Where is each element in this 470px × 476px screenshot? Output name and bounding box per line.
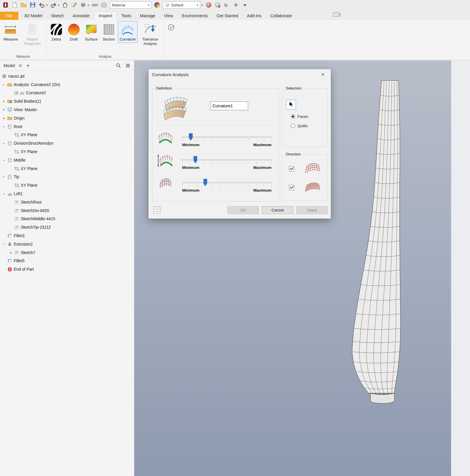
tree-item-curvature2[interactable]: Curvature2 xyxy=(0,89,134,97)
expander-plus[interactable]: + xyxy=(9,251,13,255)
close-icon[interactable] xyxy=(18,63,23,68)
ribbon-button-region-properties[interactable]: Region Properties xyxy=(20,21,45,47)
turbine-blade-model[interactable] xyxy=(340,78,402,407)
chevron-down-icon[interactable]: ▾ xyxy=(197,4,198,7)
slider-track[interactable] xyxy=(182,136,272,138)
inventor-logo-icon[interactable] xyxy=(2,2,9,8)
redo-icon[interactable] xyxy=(50,2,57,8)
expander-plus[interactable]: + xyxy=(2,108,6,112)
ribbon-button-curvature[interactable]: Curvature xyxy=(118,21,137,43)
select-faces-button[interactable] xyxy=(286,100,296,110)
chevron-down-icon[interactable]: ▾ xyxy=(201,4,203,7)
chevron-down-icon[interactable]: ▾ xyxy=(58,4,59,7)
tab-add-ins[interactable]: Add-Ins xyxy=(243,12,266,20)
link-chain-icon[interactable] xyxy=(92,2,98,8)
tree-item-end-of-part[interactable]: End of Part xyxy=(0,265,134,274)
cancel-button[interactable]: Cancel xyxy=(262,206,293,214)
expander-plus[interactable]: + xyxy=(2,99,6,104)
chevron-down-icon[interactable]: ▾ xyxy=(46,4,48,7)
tab-inspect[interactable]: Inspect xyxy=(94,11,117,20)
appearance-combo[interactable]: Default▾ xyxy=(163,1,200,8)
undo-icon[interactable] xyxy=(39,2,45,8)
open-folder-icon[interactable] xyxy=(20,2,27,8)
ribbon-button-surface[interactable]: Surface xyxy=(83,21,100,43)
chevron-down-icon[interactable]: ▾ xyxy=(88,4,89,7)
tab-get-started[interactable]: Get Started xyxy=(212,12,243,20)
expander-minus[interactable]: − xyxy=(2,141,6,146)
expander-plus[interactable]: + xyxy=(2,116,6,120)
tree-item-view-master[interactable]: +View: Master xyxy=(0,106,134,114)
material-combo[interactable]: Material▾ xyxy=(110,1,151,8)
tab-view[interactable]: View xyxy=(160,12,177,20)
tree-item-extrusion2[interactable]: −Extrusion2 xyxy=(0,240,134,249)
expander-minus[interactable]: − xyxy=(2,175,6,179)
tab-3d-model[interactable]: 3D Model xyxy=(20,12,46,20)
overflow-caret-icon[interactable] xyxy=(242,2,248,8)
tree-item-xy-plane[interactable]: XY Plane xyxy=(0,148,134,156)
fx-icon[interactable]: fx xyxy=(224,2,230,8)
radio-quilts[interactable]: Quilts xyxy=(291,124,308,128)
dialog-titlebar[interactable]: Curvature Analysis xyxy=(149,69,331,80)
ribbon-button-section[interactable]: Section xyxy=(100,21,117,43)
tree-item-origin[interactable]: +Origin xyxy=(0,114,134,123)
tab-annotate[interactable]: Annotate xyxy=(68,12,94,20)
tree-item-analysis-curvature2-on-[interactable]: −Analysis: Curvature2 (On) xyxy=(0,80,134,89)
tree-item-sketchdiv-8420[interactable]: SketchDiv-8420 xyxy=(0,206,134,215)
tab-file[interactable]: File xyxy=(0,12,18,20)
sketch-tool-icon[interactable] xyxy=(71,2,77,8)
browser-tab-model[interactable]: Model xyxy=(4,63,15,68)
analysis-name-input[interactable] xyxy=(210,102,248,110)
browser-menu-icon[interactable] xyxy=(125,63,130,68)
tree-item-root[interactable]: −Root xyxy=(0,123,134,131)
visibility-checkbox[interactable] xyxy=(14,91,18,95)
tree-item-fillet3[interactable]: Fillet3 xyxy=(0,232,134,240)
tree-item-sketchmiddle-4415[interactable]: SketchMiddle-4415 xyxy=(0,215,134,223)
radio-faces[interactable]: Faces xyxy=(291,114,308,119)
sphere-checker-icon[interactable] xyxy=(101,2,107,8)
expander-minus[interactable]: − xyxy=(2,192,6,196)
ribbon-button-measure[interactable]: Measure xyxy=(2,21,20,43)
tree-item-sketch7[interactable]: +Sketch7 xyxy=(0,249,134,257)
chevron-down-icon[interactable]: ▾ xyxy=(173,24,175,60)
view-box-icon[interactable] xyxy=(80,2,86,8)
ribbon-button-zebra[interactable]: Zebra xyxy=(48,21,65,43)
expander-minus[interactable]: − xyxy=(2,158,6,162)
color-wheel-icon[interactable] xyxy=(154,2,160,8)
dialog-close-button[interactable] xyxy=(318,71,327,78)
tab-environments[interactable]: Environments xyxy=(177,12,212,20)
tree-item-tip[interactable]: −Tip xyxy=(0,173,134,181)
tree-item-solid-bodies-1-[interactable]: +Solid Bodies(1) xyxy=(0,97,134,106)
tab-manage[interactable]: Manage xyxy=(135,12,159,20)
sphere-red-icon[interactable] xyxy=(206,2,212,8)
tab-sketch[interactable]: Sketch xyxy=(46,12,68,20)
tree-item-naca1-ipt[interactable]: naca1.ipt xyxy=(0,72,134,80)
add-tab-icon[interactable] xyxy=(26,63,30,68)
direction-checkbox[interactable] xyxy=(289,185,294,190)
home-icon[interactable] xyxy=(62,2,68,8)
save-icon[interactable] xyxy=(29,2,36,8)
chevron-down-icon[interactable]: ▾ xyxy=(148,4,149,7)
tree-item-xy-plane[interactable]: XY Plane xyxy=(0,164,134,173)
tree-item-sketchtip-23112[interactable]: SketchTip-23112 xyxy=(0,223,134,232)
radio-button[interactable] xyxy=(291,114,295,119)
tree-item-sketchroot[interactable]: SketchRoot xyxy=(0,198,134,206)
plus-green-icon[interactable] xyxy=(233,2,239,8)
expander-minus[interactable]: − xyxy=(2,125,6,129)
sphere-x-icon[interactable] xyxy=(215,2,221,8)
ribbon-button-tolerance-analysis[interactable]: Tolerance Analysis xyxy=(138,21,163,47)
tree-item-divisionstructaerodyn[interactable]: −DivisionStructAerodyn xyxy=(0,139,134,148)
expander-minus[interactable]: − xyxy=(2,242,6,246)
tab-tools[interactable]: Tools xyxy=(117,12,136,20)
tree-item-middle[interactable]: −Middle xyxy=(0,156,134,164)
tree-item-fillet5[interactable]: Fillet5 xyxy=(0,257,134,265)
ribbon-display-toggle[interactable]: ▾ xyxy=(333,12,341,17)
help-button[interactable]: ? xyxy=(153,206,161,214)
direction-checkbox[interactable] xyxy=(289,166,294,172)
tree-item-xy-plane[interactable]: XY Plane xyxy=(0,131,134,139)
slider-track[interactable] xyxy=(182,182,272,183)
tree-item-loft1[interactable]: −Loft1 xyxy=(0,190,134,198)
new-file-icon[interactable] xyxy=(11,2,18,8)
ribbon-button-draft[interactable]: Draft xyxy=(65,21,82,43)
radio-button[interactable] xyxy=(291,124,295,128)
search-icon[interactable] xyxy=(116,63,121,68)
